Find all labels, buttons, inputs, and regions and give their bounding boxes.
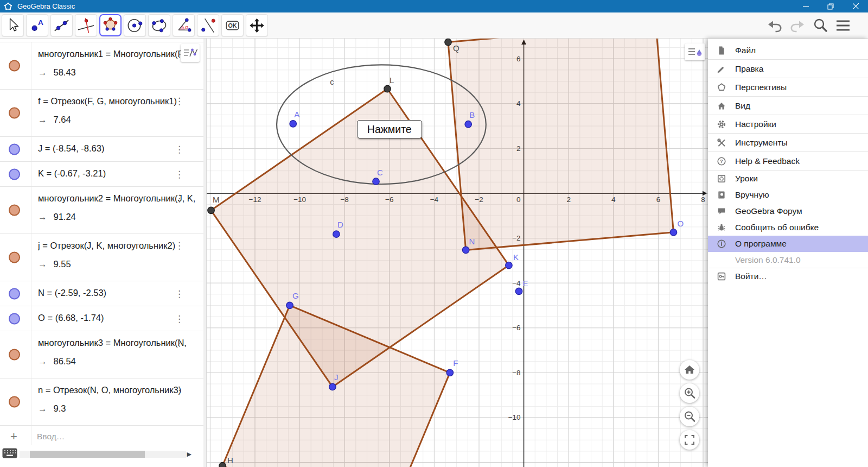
bug-icon [716,222,727,233]
visibility-toggle[interactable] [9,108,20,119]
menu-button[interactable] [833,16,853,35]
point-L[interactable] [384,85,391,92]
point-A[interactable] [290,121,296,127]
menu-item-shapes[interactable]: Перспективы [708,78,868,97]
visibility-toggle[interactable] [9,252,20,263]
move-graphics-tool-button[interactable] [246,14,268,36]
row-menu-button[interactable]: ⋮ [175,386,184,395]
point-D[interactable] [333,231,340,237]
row-menu-button[interactable]: ⋮ [175,314,184,323]
menu-item-forum[interactable]: GeoGebra Форум [708,203,868,219]
algebra-row-N[interactable]: N = (-2.59, -2.53)⋮ [0,281,203,306]
row-menu-button[interactable]: ⋮ [175,144,184,154]
visibility-toggle[interactable] [9,143,20,155]
shapes-icon [716,82,727,93]
horizontal-scrollbar[interactable] [20,451,186,458]
menu-item-manual[interactable]: Вручную [708,187,868,203]
visibility-toggle[interactable] [9,288,20,299]
row-menu-button[interactable]: ⋮ [175,241,184,250]
fullscreen-button[interactable] [680,430,699,450]
polygon-многоугольник3[interactable] [448,39,673,250]
algebra-input-row[interactable]: +Ввод… [0,426,203,447]
algebra-row-многоугольник2[interactable]: многоугольник2 = Многоугольник(J, K,→91.… [0,187,203,234]
menu-item-file[interactable]: Файл [708,41,868,60]
object-value: →91.24 [38,212,199,222]
visibility-toggle[interactable] [9,349,20,361]
visibility-toggle[interactable] [9,168,20,180]
line-tool-button[interactable] [50,14,73,36]
point-Q[interactable] [445,39,451,45]
point-O[interactable] [670,229,676,236]
menu-item-label: Перспективы [735,83,787,92]
point-N[interactable] [462,247,469,253]
row-menu-button[interactable]: ⋮ [175,169,184,179]
point-H[interactable] [219,463,226,467]
scroll-right-arrow[interactable]: ▶ [187,451,192,458]
maximize-button[interactable] [818,0,843,12]
algebra-style-button[interactable] [181,44,200,62]
menu-item-gear[interactable]: Настройки [708,115,868,134]
point-M[interactable] [208,207,214,213]
add-input-icon[interactable]: + [10,430,17,444]
algebra-row-j[interactable]: j = Отрезок(J, K, многоугольник2)→9.55⋮ [0,234,203,281]
perpendicular-line-tool-button[interactable] [75,14,97,36]
close-button[interactable] [843,0,868,12]
undo-button[interactable] [765,16,784,35]
row-menu-button[interactable]: ⋮ [175,97,184,106]
move-tool-button[interactable] [2,14,24,36]
menu-item-info[interactable]: О программе [708,236,868,252]
menu-item-signin[interactable]: Войти… [708,268,868,285]
algebra-row-многоугольник3[interactable]: многоугольник3 = Многоугольник(N,→86.54⋮ [0,331,203,378]
zoom-out-button[interactable] [680,407,699,426]
point-G[interactable] [286,302,293,308]
reflect-tool-button[interactable] [197,14,219,36]
point-C[interactable] [373,178,379,185]
point-tool-button[interactable]: A [26,14,48,36]
menu-item-pencil[interactable]: Правка [708,60,868,78]
point-J[interactable] [329,383,336,390]
visibility-toggle[interactable] [9,313,20,324]
algebra-row-f[interactable]: f = Отрезок(F, G, многоугольник1)→7.64⋮ [0,90,203,137]
algebra-row-n[interactable]: n = Отрезок(N, O, многоугольник3)→9.3⋮ [0,378,203,426]
menu-item-tools[interactable]: Инструменты [708,134,868,152]
redo-button[interactable] [788,16,807,35]
menu-item-help[interactable]: ?Help & Feedback [708,152,868,171]
polygon-tool-button[interactable] [99,14,122,36]
keyboard-icon[interactable] [2,448,17,458]
minimize-button[interactable] [793,0,818,12]
visibility-toggle[interactable] [9,205,20,216]
algebra-row-многоугольник1[interactable]: многоугольник1 = Многоугольник(F,→58.43⋮ [0,42,203,90]
angle-tool-button[interactable]: α [173,14,195,36]
point-E[interactable] [515,288,522,294]
search-button[interactable] [810,16,830,35]
row-menu-button[interactable]: ⋮ [175,289,184,298]
panel-resizer[interactable] [203,39,207,467]
zoom-in-button[interactable] [680,383,699,403]
circle-tool-button[interactable] [124,14,146,36]
point-label-H: H [227,456,233,465]
home-button[interactable] [680,360,699,380]
algebra-row-K[interactable]: K = (-0.67, -3.21)⋮ [0,162,203,187]
algebra-row-J[interactable]: J = (-8.54, -8.63)⋮ [0,137,203,162]
visibility-toggle[interactable] [9,60,20,72]
menu-item-home[interactable]: Вид [708,97,868,115]
scrollbar-thumb[interactable] [30,451,145,458]
graphics-view[interactable]: c−12−10−8−6−4−202468−10−8−6−4−2246ABCDEF… [203,39,708,467]
point-F[interactable] [446,369,453,376]
script-button[interactable]: Нажмите [357,120,422,138]
ellipse-icon [149,15,170,36]
graphics-style-button[interactable] [685,43,705,60]
button-tool-button[interactable]: OK [221,14,244,36]
help-icon: ? [716,156,727,167]
visibility-toggle[interactable] [9,396,20,408]
point-K[interactable] [506,262,512,268]
point-B[interactable] [465,121,471,128]
menu-item-lessons[interactable]: Уроки [708,171,868,187]
menu-item-label: Уроки [735,174,758,184]
point-label-B: B [469,110,475,119]
row-menu-button[interactable]: ⋮ [175,194,184,203]
menu-item-bug[interactable]: Сообщить об ошибке [708,219,868,236]
row-menu-button[interactable]: ⋮ [175,338,184,348]
ellipse-tool-button[interactable] [148,14,170,36]
algebra-row-O[interactable]: O = (6.68, -1.74)⋮ [0,306,203,331]
